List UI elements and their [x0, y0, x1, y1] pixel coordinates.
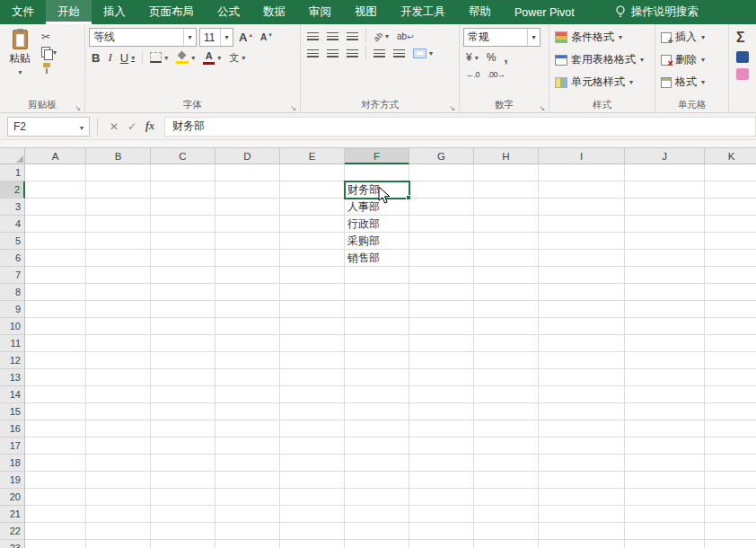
- cell-K3[interactable]: [705, 199, 756, 216]
- tab-home[interactable]: 开始: [46, 0, 92, 24]
- cell-H7[interactable]: [474, 267, 539, 284]
- cell-C7[interactable]: [151, 267, 215, 284]
- cell-A7[interactable]: [25, 267, 86, 284]
- cell-A10[interactable]: [25, 318, 86, 335]
- cell-K19[interactable]: [705, 472, 756, 489]
- cell-F14[interactable]: [345, 386, 409, 403]
- cell-D18[interactable]: [215, 455, 280, 472]
- name-box-dropdown-icon[interactable]: [75, 120, 89, 133]
- cell-E16[interactable]: [280, 420, 345, 438]
- cell-H14[interactable]: [474, 386, 539, 403]
- font-size-select[interactable]: 11: [199, 28, 233, 47]
- cell-D2[interactable]: [215, 181, 280, 199]
- cell-E14[interactable]: [280, 386, 345, 403]
- cell-J7[interactable]: [625, 267, 705, 284]
- cell-F17[interactable]: [345, 438, 409, 455]
- cell-A8[interactable]: [25, 284, 86, 301]
- insert-cells-button[interactable]: 插入: [659, 26, 725, 49]
- row-header-21[interactable]: 21: [0, 506, 25, 523]
- cell-J2[interactable]: [625, 181, 705, 199]
- cell-H4[interactable]: [474, 216, 539, 233]
- cell-D22[interactable]: [215, 523, 280, 540]
- cell-E21[interactable]: [280, 506, 345, 523]
- cell-A6[interactable]: [25, 250, 86, 267]
- cell-J22[interactable]: [625, 523, 705, 540]
- cell-D1[interactable]: [215, 164, 280, 181]
- cell-C18[interactable]: [151, 455, 215, 472]
- align-right-button[interactable]: [344, 48, 361, 59]
- copy-button[interactable]: [40, 45, 58, 60]
- chevron-down-icon[interactable]: [527, 29, 540, 46]
- row-header-11[interactable]: 11: [0, 335, 25, 352]
- cell-A16[interactable]: [25, 420, 86, 438]
- cell-A14[interactable]: [25, 386, 86, 403]
- cell-H11[interactable]: [474, 335, 539, 352]
- cell-F19[interactable]: [345, 472, 409, 489]
- cell-G22[interactable]: [409, 523, 474, 540]
- fill-color-button[interactable]: [173, 50, 198, 66]
- borders-button[interactable]: [147, 50, 171, 65]
- accounting-format-button[interactable]: ¥: [463, 49, 481, 66]
- font-color-button[interactable]: A: [200, 49, 224, 66]
- clipboard-dialog-launcher-icon[interactable]: [73, 101, 83, 110]
- cell-F15[interactable]: [345, 403, 409, 420]
- cell-E8[interactable]: [280, 284, 345, 301]
- cell-F18[interactable]: [345, 455, 409, 472]
- row-header-16[interactable]: 16: [0, 420, 25, 438]
- row-header-10[interactable]: 10: [0, 318, 25, 335]
- cell-D14[interactable]: [215, 386, 280, 403]
- cell-H15[interactable]: [474, 403, 539, 420]
- tab-insert[interactable]: 插入: [92, 0, 137, 24]
- number-format-select[interactable]: 常规: [463, 28, 541, 47]
- cell-J9[interactable]: [625, 301, 705, 318]
- row-header-4[interactable]: 4: [0, 216, 25, 233]
- cell-E4[interactable]: [280, 216, 345, 233]
- cell-G11[interactable]: [409, 335, 474, 352]
- cell-H22[interactable]: [474, 523, 539, 540]
- cell-H13[interactable]: [474, 369, 539, 386]
- cell-H19[interactable]: [474, 472, 539, 489]
- cell-E18[interactable]: [280, 455, 345, 472]
- cell-F21[interactable]: [345, 506, 409, 523]
- row-header-2[interactable]: 2: [0, 181, 25, 199]
- cell-A13[interactable]: [25, 369, 86, 386]
- column-header-B[interactable]: B: [86, 148, 151, 164]
- row-header-18[interactable]: 18: [0, 455, 25, 472]
- select-all-corner[interactable]: [0, 148, 25, 164]
- align-middle-button[interactable]: [324, 31, 341, 42]
- cell-G2[interactable]: [409, 181, 474, 199]
- row-header-14[interactable]: 14: [0, 386, 25, 403]
- row-header-9[interactable]: 9: [0, 301, 25, 318]
- cell-B9[interactable]: [86, 301, 151, 318]
- cell-J3[interactable]: [625, 199, 705, 216]
- cell-F8[interactable]: [345, 284, 409, 301]
- cell-F9[interactable]: [345, 301, 409, 318]
- cell-I9[interactable]: [539, 301, 625, 318]
- row-header-8[interactable]: 8: [0, 284, 25, 301]
- row-header-6[interactable]: 6: [0, 250, 25, 267]
- row-header-23[interactable]: 23: [0, 540, 25, 548]
- cell-J18[interactable]: [625, 455, 705, 472]
- cell-K5[interactable]: [705, 233, 756, 250]
- cell-I2[interactable]: [539, 181, 625, 199]
- cell-F23[interactable]: [345, 540, 409, 548]
- cell-J12[interactable]: [625, 352, 705, 369]
- cell-C23[interactable]: [151, 540, 215, 548]
- cell-K18[interactable]: [705, 455, 756, 472]
- cell-I11[interactable]: [539, 335, 625, 352]
- cell-B14[interactable]: [86, 386, 151, 403]
- cell-K13[interactable]: [705, 369, 756, 386]
- cell-F5[interactable]: 采购部: [345, 233, 409, 250]
- cell-K9[interactable]: [705, 301, 756, 318]
- cell-G18[interactable]: [409, 455, 474, 472]
- cell-K15[interactable]: [705, 403, 756, 420]
- cell-C15[interactable]: [151, 403, 215, 420]
- cell-I22[interactable]: [539, 523, 625, 540]
- cell-I5[interactable]: [539, 233, 625, 250]
- cell-C12[interactable]: [151, 352, 215, 369]
- cell-D20[interactable]: [215, 489, 280, 506]
- cell-A17[interactable]: [25, 438, 86, 455]
- cell-G21[interactable]: [409, 506, 474, 523]
- cell-A11[interactable]: [25, 335, 86, 352]
- clear-button-icon[interactable]: [736, 68, 749, 80]
